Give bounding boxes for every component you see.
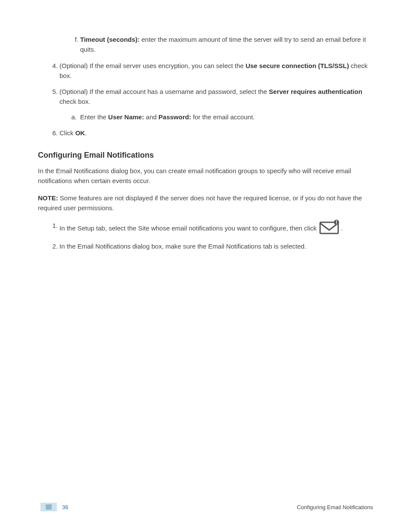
note-paragraph: NOTE: Some features are not displayed if… — [38, 193, 373, 213]
item5-post: check box. — [59, 98, 90, 105]
sub5a-mid: and — [144, 113, 158, 121]
sub5a-post: for the email account. — [191, 113, 255, 121]
password-label: Password: — [159, 113, 191, 121]
section-heading: Configuring Email Notifications — [38, 151, 373, 160]
steps-list: 1. In the Setup tab, select the Site who… — [38, 220, 373, 252]
page-number: 36 — [62, 504, 68, 510]
step-2: 2. In the Email Notifications dialog box… — [38, 240, 373, 252]
step-marker-2: 2. — [48, 240, 58, 252]
use-secure-connection-label: Use secure connection (TLS/SSL) — [246, 62, 349, 69]
sub-list-5: a. Enter the User Name: and Password: fo… — [59, 112, 373, 122]
item6-post: . — [85, 129, 87, 137]
list-item-6: 6. Click OK. — [38, 128, 373, 138]
sub-marker-5a: a. — [69, 112, 77, 122]
note-text: Some features are not displayed if the s… — [38, 194, 362, 212]
list-item-5: 5. (Optional) If the email account has a… — [38, 87, 373, 122]
step-marker-1: 1. — [48, 220, 58, 231]
list-marker-4: 4. — [48, 61, 58, 71]
step2-text: In the Email Notifications dialog box, m… — [59, 243, 306, 250]
list-item-4: 4. (Optional) If the email server uses e… — [38, 61, 373, 81]
note-label: NOTE: — [38, 194, 58, 202]
item4-pre: (Optional) If the email server uses encr… — [59, 62, 246, 69]
footer-decoration — [40, 503, 57, 511]
step1-post: . — [341, 224, 342, 232]
step-1: 1. In the Setup tab, select the Site who… — [38, 220, 373, 238]
list-marker-6: 6. — [48, 128, 58, 138]
item6-pre: Click — [59, 129, 75, 137]
list-marker-f: f. — [69, 34, 78, 44]
sub-item-5a: a. Enter the User Name: and Password: fo… — [59, 112, 373, 122]
list-marker-5: 5. — [48, 87, 58, 96]
timeout-label: Timeout (seconds): — [80, 36, 140, 43]
footer-section-title: Configuring Email Notifications — [297, 504, 373, 510]
username-label: User Name: — [108, 113, 144, 121]
server-auth-label: Server requires authentication — [269, 88, 362, 95]
step1-pre: In the Setup tab, select the Site whose … — [59, 224, 318, 232]
sub5a-pre: Enter the — [80, 113, 108, 121]
continued-ordered-list: f. Timeout (seconds): enter the maximum … — [38, 34, 373, 138]
page-footer: 36 Configuring Email Notifications — [0, 501, 411, 511]
svg-rect-3 — [336, 224, 337, 224]
svg-rect-2 — [336, 221, 337, 223]
email-notification-icon — [319, 220, 340, 238]
ok-label: OK — [75, 129, 85, 137]
item5-pre: (Optional) If the email account has a us… — [59, 88, 269, 95]
list-item-f-wrapper: f. Timeout (seconds): enter the maximum … — [38, 34, 373, 55]
intro-paragraph: In the Email Notifications dialog box, y… — [38, 166, 373, 186]
page-content: f. Timeout (seconds): enter the maximum … — [0, 0, 411, 252]
